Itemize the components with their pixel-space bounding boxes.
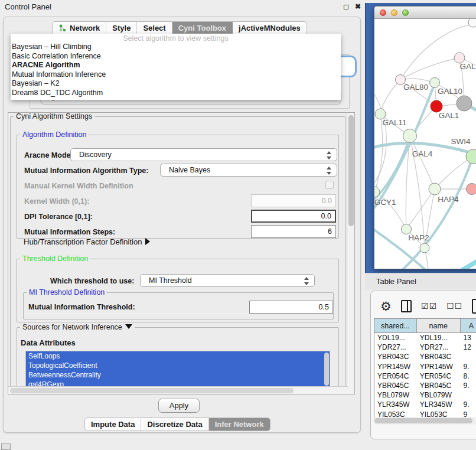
tab-jactivemnodules[interactable]: jActiveMNodules bbox=[233, 22, 307, 34]
table-row[interactable]: YBR045CYBR045C9. bbox=[374, 381, 476, 390]
table-row[interactable]: YBL079WYBL079W bbox=[374, 390, 476, 400]
tab-select[interactable]: Select bbox=[137, 22, 172, 34]
float-window-icon[interactable]: ◻ bbox=[340, 2, 352, 11]
horizontal-scrollbar[interactable] bbox=[8, 386, 348, 394]
table-cell: YBL079W bbox=[374, 390, 417, 400]
dropdown-item[interactable]: Mutual Information Inference bbox=[11, 70, 341, 80]
table-horizontal-scrollbar[interactable] bbox=[373, 417, 476, 425]
network-window-titlebar bbox=[374, 6, 476, 19]
column-header-shared[interactable]: shared... bbox=[374, 319, 417, 332]
network-edge[interactable] bbox=[380, 80, 400, 114]
sources-group: Sources for Network Inference Data Attri… bbox=[17, 327, 339, 394]
dpi-tolerance-field[interactable]: 0.0 bbox=[251, 210, 336, 223]
network-graph-icon bbox=[58, 24, 67, 32]
minimize-traffic-icon[interactable] bbox=[391, 9, 397, 16]
mi-steps-label: Mutual Information Steps: bbox=[24, 228, 115, 236]
network-edge[interactable] bbox=[400, 58, 459, 80]
cyni-algorithm-settings-group: Cyni Algorithm Settings Algorithm Defini… bbox=[10, 116, 345, 394]
table-cell: 9. bbox=[461, 362, 476, 371]
expand-right-icon bbox=[145, 238, 150, 245]
sources-title[interactable]: Sources for Network Inference bbox=[20, 323, 135, 331]
table-row[interactable]: YBR043CYBR043C bbox=[374, 352, 476, 361]
columns-icon[interactable] bbox=[401, 300, 412, 312]
cyni-bottom-tabs: Impute Data Discretize Data Infer Networ… bbox=[84, 418, 270, 431]
threshold-definition-title: Threshold Definition bbox=[20, 255, 90, 263]
network-node[interactable] bbox=[403, 129, 417, 143]
export-table-icon[interactable] bbox=[472, 299, 476, 314]
table-cell bbox=[461, 390, 476, 400]
network-view-window[interactable]: GALGAL80GAL10GAL1GAL11GAL4SWI4HAP4YGCY1H… bbox=[374, 6, 476, 269]
table-row[interactable]: YLR345WYLR345W9. bbox=[374, 400, 476, 409]
kernel-width-field[interactable]: 0.0 bbox=[251, 194, 336, 207]
table-cell: 9. bbox=[461, 381, 476, 390]
list-scrollbar[interactable] bbox=[324, 353, 329, 386]
mi-threshold-field[interactable]: 0.5 bbox=[249, 301, 333, 314]
control-panel-titlebar: Control Panel ◻ ✖ bbox=[0, 0, 364, 13]
clear-all-checks-icon[interactable]: ☐☐ bbox=[446, 301, 462, 311]
tab-style[interactable]: Style bbox=[106, 22, 137, 34]
network-edge[interactable] bbox=[438, 249, 476, 269]
algorithm-definition-group: Algorithm Definition Aracne Mode: Discov… bbox=[17, 135, 339, 239]
gear-icon[interactable]: ⚙ bbox=[380, 300, 392, 312]
which-threshold-combo[interactable]: MI Threshold bbox=[140, 274, 315, 287]
network-canvas[interactable]: GALGAL80GAL10GAL1GAL11GAL4SWI4HAP4YGCY1H… bbox=[374, 19, 476, 269]
table-cell: YDR27... bbox=[374, 343, 417, 352]
table-cell: YBR045C bbox=[374, 381, 417, 390]
dropdown-item[interactable]: Dream8 DC_TDC Algorithm bbox=[11, 89, 341, 98]
control-panel-tabs: Network Style Select Cyni Toolbox jActiv… bbox=[52, 21, 307, 35]
combo-spinner-icon bbox=[304, 277, 309, 285]
network-node[interactable] bbox=[430, 78, 440, 88]
tab-cyni-toolbox[interactable]: Cyni Toolbox bbox=[172, 22, 233, 34]
column-header-partial[interactable]: A bbox=[461, 319, 476, 332]
network-node[interactable] bbox=[468, 19, 476, 27]
network-edge[interactable] bbox=[400, 25, 475, 80]
table-cell: YLR345W bbox=[374, 400, 417, 409]
attribute-list-item[interactable]: TopologicalCoefficient bbox=[26, 361, 330, 370]
mi-steps-field[interactable]: 6 bbox=[251, 225, 336, 238]
combo-spinner-icon bbox=[327, 151, 331, 159]
column-header-name[interactable]: name bbox=[417, 319, 461, 332]
network-node[interactable] bbox=[402, 224, 412, 234]
tab-discretize-data[interactable]: Discretize Data bbox=[141, 418, 208, 431]
network-node[interactable] bbox=[457, 96, 472, 111]
dropdown-item[interactable]: Bayesian – Hill Climbing bbox=[11, 43, 341, 52]
algorithm-definition-title: Algorithm Definition bbox=[20, 131, 89, 139]
network-edge[interactable] bbox=[406, 189, 435, 229]
network-node-label: GAL10 bbox=[438, 87, 462, 96]
network-node[interactable] bbox=[431, 100, 442, 112]
select-all-checks-icon[interactable]: ☑☑ bbox=[421, 301, 437, 311]
network-node-label: GAL4 bbox=[412, 149, 433, 158]
kernel-width-label: Kernel Width (0,1): bbox=[24, 197, 89, 206]
algorithm-dropdown-list: Select algorithm to view settings Bayesi… bbox=[11, 34, 341, 100]
cyni-algorithm-settings-title: Cyni Algorithm Settings bbox=[14, 112, 94, 120]
dropdown-item[interactable]: ARACNE Algorithm bbox=[11, 61, 341, 70]
network-node[interactable] bbox=[420, 243, 429, 253]
close-traffic-icon[interactable] bbox=[380, 9, 386, 16]
table-row[interactable]: YPR145WYPR145W9. bbox=[374, 362, 476, 371]
node-attribute-table[interactable]: shared... name A YDL19...YDL19...13YDR27… bbox=[374, 318, 476, 421]
table-row[interactable]: YDL19...YDL19...13 bbox=[374, 333, 476, 343]
attribute-list-item[interactable]: SelfLoops bbox=[26, 351, 330, 361]
zoom-traffic-icon[interactable] bbox=[402, 9, 409, 16]
close-icon[interactable]: ✖ bbox=[352, 2, 364, 11]
table-row[interactable]: YER054CYER054C8. bbox=[374, 371, 476, 381]
apply-button[interactable]: Apply bbox=[158, 399, 200, 413]
table-row[interactable]: YDR27...YDR27...12 bbox=[374, 343, 476, 352]
manual-kernel-checkbox[interactable] bbox=[325, 181, 334, 189]
network-node[interactable] bbox=[429, 183, 441, 195]
attribute-list-item[interactable]: BetweennessCentrality bbox=[26, 370, 330, 380]
table-cell: YER054C bbox=[374, 371, 417, 381]
aracne-mode-combo[interactable]: Discovery bbox=[70, 148, 337, 161]
dropdown-item[interactable]: Bayesian – K2 bbox=[11, 79, 341, 89]
dropdown-item[interactable]: Basic Correlation Inference bbox=[11, 52, 341, 61]
network-edge[interactable] bbox=[374, 89, 386, 188]
minimized-panel-chip[interactable] bbox=[1, 444, 11, 450]
mi-type-combo[interactable]: Naive Bayes bbox=[160, 164, 337, 177]
tab-impute-data[interactable]: Impute Data bbox=[85, 418, 141, 431]
tab-infer-network[interactable]: Infer Network bbox=[209, 418, 270, 431]
vertical-scrollbar[interactable] bbox=[347, 113, 354, 394]
tab-network[interactable]: Network bbox=[53, 22, 106, 34]
hub-definition-toggle[interactable]: Hub/Transcription Factor Definition bbox=[24, 237, 150, 246]
table-cell: YBL079W bbox=[417, 390, 461, 400]
network-node[interactable] bbox=[467, 184, 476, 195]
